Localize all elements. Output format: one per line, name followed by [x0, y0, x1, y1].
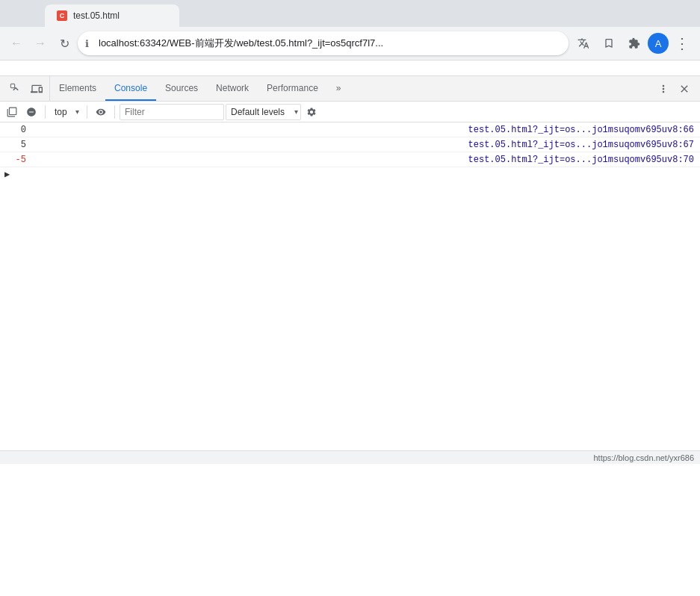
- address-input[interactable]: [78, 31, 569, 55]
- status-url: https://blog.csdn.net/yxr686: [593, 453, 694, 462]
- tab-title: test.05.html: [73, 10, 120, 21]
- console-value-2: 5: [0, 140, 34, 150]
- tab-console[interactable]: Console: [105, 76, 156, 101]
- address-bar-row: ← → ↻ ℹ A ⋮: [0, 27, 700, 60]
- svg-rect-0: [10, 84, 14, 87]
- context-select[interactable]: top: [50, 104, 82, 120]
- tab-favicon: C: [57, 10, 67, 21]
- eye-icon-button[interactable]: [92, 103, 110, 121]
- devtools-toolbar: top ▾ Default levels ▾: [0, 102, 700, 122]
- profile-button[interactable]: A: [648, 33, 669, 54]
- console-row: 0 test.05.html?_ijt=os...jo1msuqomv695uv…: [0, 122, 700, 137]
- address-bar-container: ℹ: [78, 31, 569, 55]
- devtools-more-button[interactable]: [654, 79, 673, 99]
- status-bar: https://blog.csdn.net/yxr686: [0, 450, 700, 464]
- console-source-3[interactable]: test.05.html?_ijt=os...jo1msuqomv695uv8:…: [468, 155, 700, 165]
- devtools-panel: Elements Console Sources Network Perform…: [0, 75, 700, 464]
- clear-console-button[interactable]: [22, 103, 40, 121]
- toolbar-divider-1: [45, 105, 46, 119]
- back-button[interactable]: ←: [6, 33, 27, 54]
- tab-bar: C test.05.html: [0, 0, 700, 27]
- devtools-tab-list: Elements Console Sources Network Perform…: [50, 76, 651, 101]
- console-expander-row: ▶: [0, 167, 700, 181]
- browser-toolbar-icons: A ⋮: [572, 31, 694, 55]
- devtools-tab-icons: [3, 76, 50, 101]
- console-row: -5 test.05.html?_ijt=os...jo1msuqomv695u…: [0, 152, 700, 167]
- tab-performance[interactable]: Performance: [258, 76, 327, 101]
- filter-input[interactable]: [120, 104, 224, 120]
- devtools-tab-bar: Elements Console Sources Network Perform…: [0, 76, 700, 102]
- settings-button[interactable]: [303, 103, 320, 121]
- tab-more[interactable]: »: [327, 76, 350, 101]
- tab-network[interactable]: Network: [207, 76, 258, 101]
- chrome-menu-button[interactable]: ⋮: [670, 31, 694, 55]
- context-select-wrapper: top ▾: [50, 104, 82, 120]
- main-area: Elements Console Sources Network Perform…: [0, 60, 700, 596]
- console-value-3: -5: [0, 155, 34, 165]
- levels-select[interactable]: Default levels: [226, 104, 301, 120]
- lock-icon: ℹ: [85, 38, 89, 49]
- translate-button[interactable]: [572, 31, 595, 55]
- extensions-button[interactable]: [622, 31, 646, 55]
- levels-select-wrapper: Default levels ▾: [226, 104, 301, 120]
- browser-tab[interactable]: C test.05.html: [45, 4, 179, 27]
- devtools-tab-end: [651, 79, 697, 99]
- sidebar-toggle-button[interactable]: [3, 103, 21, 121]
- console-source-2[interactable]: test.05.html?_ijt=os...jo1msuqomv695uv8:…: [468, 140, 700, 150]
- reload-button[interactable]: ↻: [54, 33, 75, 54]
- toolbar-divider-3: [114, 105, 115, 119]
- console-row: 5 test.05.html?_ijt=os...jo1msuqomv695uv…: [0, 137, 700, 152]
- devtools-close-button[interactable]: [675, 79, 694, 99]
- console-output: 0 test.05.html?_ijt=os...jo1msuqomv695uv…: [0, 122, 700, 450]
- page-area: [0, 60, 700, 75]
- forward-button[interactable]: →: [30, 33, 51, 54]
- console-source-1[interactable]: test.05.html?_ijt=os...jo1msuqomv695uv8:…: [468, 125, 700, 135]
- tab-elements[interactable]: Elements: [50, 76, 105, 101]
- toolbar-divider-2: [87, 105, 87, 119]
- device-toolbar-button[interactable]: [27, 79, 46, 99]
- bookmark-button[interactable]: [597, 31, 621, 55]
- console-value-1: 0: [0, 125, 34, 135]
- tab-sources[interactable]: Sources: [156, 76, 207, 101]
- expander-arrow[interactable]: ▶: [4, 169, 10, 180]
- inspect-element-button[interactable]: [6, 79, 25, 99]
